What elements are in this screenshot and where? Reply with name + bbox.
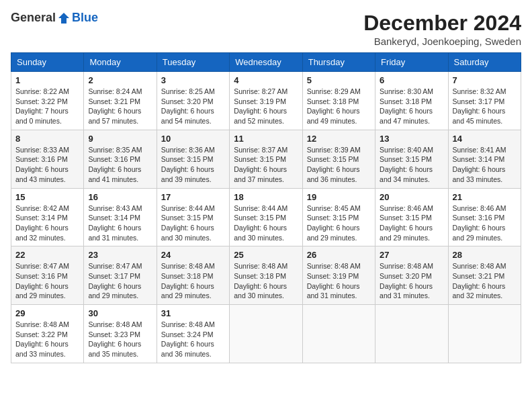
calendar-week-2: 8Sunrise: 8:33 AMSunset: 3:16 PMDaylight… bbox=[11, 130, 521, 188]
day-number: 6 bbox=[380, 75, 443, 85]
calendar-table: SundayMondayTuesdayWednesdayThursdayFrid… bbox=[11, 52, 521, 363]
day-number: 17 bbox=[161, 192, 225, 202]
calendar-cell: 28Sunrise: 8:48 AMSunset: 3:21 PMDayligh… bbox=[448, 246, 521, 305]
weekday-header-wednesday: Wednesday bbox=[230, 53, 302, 72]
day-info: Sunrise: 8:48 AMSunset: 3:19 PMDaylight:… bbox=[307, 261, 371, 301]
calendar-week-1: 1Sunrise: 8:22 AMSunset: 3:22 PMDaylight… bbox=[11, 72, 521, 130]
calendar-cell: 3Sunrise: 8:25 AMSunset: 3:20 PMDaylight… bbox=[157, 72, 229, 130]
calendar-week-3: 15Sunrise: 8:42 AMSunset: 3:14 PMDayligh… bbox=[11, 188, 521, 246]
day-number: 9 bbox=[88, 134, 152, 144]
day-number: 14 bbox=[453, 134, 517, 144]
calendar-header-row: SundayMondayTuesdayWednesdayThursdayFrid… bbox=[11, 53, 521, 72]
calendar-week-4: 22Sunrise: 8:47 AMSunset: 3:16 PMDayligh… bbox=[11, 246, 521, 305]
calendar-cell: 2Sunrise: 8:24 AMSunset: 3:21 PMDaylight… bbox=[84, 72, 157, 130]
day-number: 3 bbox=[161, 75, 225, 85]
logo-icon bbox=[57, 11, 71, 25]
day-info: Sunrise: 8:44 AMSunset: 3:15 PMDaylight:… bbox=[161, 203, 225, 243]
day-number: 30 bbox=[88, 308, 152, 318]
calendar-cell: 24Sunrise: 8:48 AMSunset: 3:18 PMDayligh… bbox=[157, 246, 229, 305]
page-header: General Blue December 2024 Bankeryd, Joe… bbox=[11, 11, 521, 47]
calendar-cell: 12Sunrise: 8:39 AMSunset: 3:15 PMDayligh… bbox=[302, 130, 375, 188]
day-info: Sunrise: 8:33 AMSunset: 3:16 PMDaylight:… bbox=[15, 145, 79, 185]
calendar-cell bbox=[302, 305, 375, 363]
calendar-cell: 31Sunrise: 8:48 AMSunset: 3:24 PMDayligh… bbox=[157, 305, 229, 363]
day-number: 13 bbox=[380, 134, 443, 144]
day-info: Sunrise: 8:48 AMSunset: 3:23 PMDaylight:… bbox=[88, 320, 152, 359]
day-info: Sunrise: 8:24 AMSunset: 3:21 PMDaylight:… bbox=[88, 87, 152, 126]
day-info: Sunrise: 8:46 AMSunset: 3:15 PMDaylight:… bbox=[380, 203, 443, 243]
day-number: 27 bbox=[380, 250, 443, 260]
day-info: Sunrise: 8:44 AMSunset: 3:15 PMDaylight:… bbox=[234, 203, 298, 243]
day-info: Sunrise: 8:46 AMSunset: 3:16 PMDaylight:… bbox=[453, 203, 517, 243]
day-info: Sunrise: 8:41 AMSunset: 3:14 PMDaylight:… bbox=[453, 145, 517, 185]
day-info: Sunrise: 8:48 AMSunset: 3:24 PMDaylight:… bbox=[161, 320, 225, 359]
calendar-cell: 23Sunrise: 8:47 AMSunset: 3:17 PMDayligh… bbox=[84, 246, 157, 305]
day-number: 21 bbox=[453, 192, 517, 202]
calendar-cell: 1Sunrise: 8:22 AMSunset: 3:22 PMDaylight… bbox=[11, 72, 84, 130]
calendar-cell: 29Sunrise: 8:48 AMSunset: 3:22 PMDayligh… bbox=[11, 305, 84, 363]
weekday-header-saturday: Saturday bbox=[448, 53, 521, 72]
day-number: 25 bbox=[234, 250, 298, 260]
day-number: 11 bbox=[234, 134, 298, 144]
svg-marker-0 bbox=[58, 13, 69, 24]
day-number: 28 bbox=[453, 250, 517, 260]
day-info: Sunrise: 8:29 AMSunset: 3:18 PMDaylight:… bbox=[307, 87, 371, 126]
calendar-cell: 15Sunrise: 8:42 AMSunset: 3:14 PMDayligh… bbox=[11, 188, 84, 246]
logo-general: General bbox=[11, 11, 56, 25]
day-number: 19 bbox=[307, 192, 371, 202]
day-info: Sunrise: 8:48 AMSunset: 3:18 PMDaylight:… bbox=[161, 261, 225, 301]
day-number: 8 bbox=[15, 134, 79, 144]
calendar-cell: 18Sunrise: 8:44 AMSunset: 3:15 PMDayligh… bbox=[230, 188, 302, 246]
weekday-header-tuesday: Tuesday bbox=[157, 53, 229, 72]
calendar-body: 1Sunrise: 8:22 AMSunset: 3:22 PMDaylight… bbox=[11, 72, 521, 363]
day-info: Sunrise: 8:48 AMSunset: 3:21 PMDaylight:… bbox=[453, 261, 517, 301]
calendar-cell: 21Sunrise: 8:46 AMSunset: 3:16 PMDayligh… bbox=[448, 188, 521, 246]
day-number: 4 bbox=[234, 75, 298, 85]
calendar-cell: 10Sunrise: 8:36 AMSunset: 3:15 PMDayligh… bbox=[157, 130, 229, 188]
calendar-cell: 13Sunrise: 8:40 AMSunset: 3:15 PMDayligh… bbox=[375, 130, 448, 188]
day-number: 22 bbox=[15, 250, 79, 260]
day-number: 16 bbox=[88, 192, 152, 202]
calendar-cell: 27Sunrise: 8:48 AMSunset: 3:20 PMDayligh… bbox=[375, 246, 448, 305]
day-number: 23 bbox=[88, 250, 152, 260]
day-info: Sunrise: 8:40 AMSunset: 3:15 PMDaylight:… bbox=[380, 145, 443, 185]
calendar-cell: 6Sunrise: 8:30 AMSunset: 3:18 PMDaylight… bbox=[375, 72, 448, 130]
day-number: 29 bbox=[15, 308, 79, 318]
month-title: December 2024 bbox=[363, 11, 521, 36]
logo: General Blue bbox=[11, 11, 98, 25]
calendar-week-5: 29Sunrise: 8:48 AMSunset: 3:22 PMDayligh… bbox=[11, 305, 521, 363]
day-info: Sunrise: 8:42 AMSunset: 3:14 PMDaylight:… bbox=[15, 203, 79, 243]
day-info: Sunrise: 8:36 AMSunset: 3:15 PMDaylight:… bbox=[161, 145, 225, 185]
calendar-cell bbox=[230, 305, 302, 363]
calendar-cell: 16Sunrise: 8:43 AMSunset: 3:14 PMDayligh… bbox=[84, 188, 157, 246]
day-info: Sunrise: 8:47 AMSunset: 3:17 PMDaylight:… bbox=[88, 261, 152, 301]
title-area: December 2024 Bankeryd, Joenkoeping, Swe… bbox=[363, 11, 521, 47]
day-info: Sunrise: 8:48 AMSunset: 3:20 PMDaylight:… bbox=[380, 261, 443, 301]
day-info: Sunrise: 8:45 AMSunset: 3:15 PMDaylight:… bbox=[307, 203, 371, 243]
weekday-header-sunday: Sunday bbox=[11, 53, 84, 72]
day-number: 12 bbox=[307, 134, 371, 144]
day-info: Sunrise: 8:35 AMSunset: 3:16 PMDaylight:… bbox=[88, 145, 152, 185]
day-number: 7 bbox=[453, 75, 517, 85]
calendar-cell: 14Sunrise: 8:41 AMSunset: 3:14 PMDayligh… bbox=[448, 130, 521, 188]
calendar-cell: 5Sunrise: 8:29 AMSunset: 3:18 PMDaylight… bbox=[302, 72, 375, 130]
day-number: 10 bbox=[161, 134, 225, 144]
day-number: 5 bbox=[307, 75, 371, 85]
day-info: Sunrise: 8:39 AMSunset: 3:15 PMDaylight:… bbox=[307, 145, 371, 185]
weekday-header-thursday: Thursday bbox=[302, 53, 375, 72]
calendar-cell: 8Sunrise: 8:33 AMSunset: 3:16 PMDaylight… bbox=[11, 130, 84, 188]
location: Bankeryd, Joenkoeping, Sweden bbox=[363, 36, 521, 47]
calendar-cell: 22Sunrise: 8:47 AMSunset: 3:16 PMDayligh… bbox=[11, 246, 84, 305]
calendar-cell: 19Sunrise: 8:45 AMSunset: 3:15 PMDayligh… bbox=[302, 188, 375, 246]
calendar-cell: 7Sunrise: 8:32 AMSunset: 3:17 PMDaylight… bbox=[448, 72, 521, 130]
day-number: 18 bbox=[234, 192, 298, 202]
calendar-cell: 30Sunrise: 8:48 AMSunset: 3:23 PMDayligh… bbox=[84, 305, 157, 363]
day-number: 15 bbox=[15, 192, 79, 202]
day-info: Sunrise: 8:48 AMSunset: 3:22 PMDaylight:… bbox=[15, 320, 79, 359]
weekday-header-friday: Friday bbox=[375, 53, 448, 72]
day-info: Sunrise: 8:32 AMSunset: 3:17 PMDaylight:… bbox=[453, 87, 517, 126]
day-info: Sunrise: 8:37 AMSunset: 3:15 PMDaylight:… bbox=[234, 145, 298, 185]
day-number: 2 bbox=[88, 75, 152, 85]
day-info: Sunrise: 8:27 AMSunset: 3:19 PMDaylight:… bbox=[234, 87, 298, 126]
calendar-cell: 4Sunrise: 8:27 AMSunset: 3:19 PMDaylight… bbox=[230, 72, 302, 130]
